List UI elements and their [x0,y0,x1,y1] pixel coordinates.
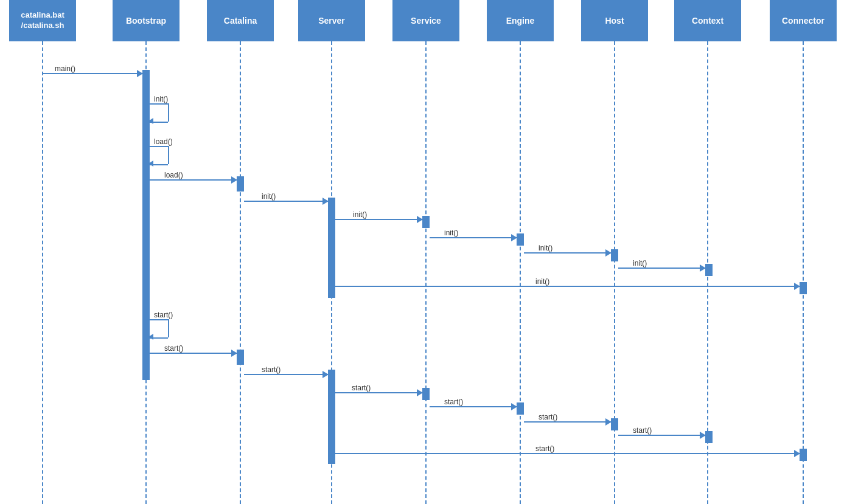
activation-server [328,198,335,298]
activation-connector-2 [800,449,807,461]
label-init-host: init() [539,244,553,252]
actor-service: Service [392,0,459,41]
label-init-engine: init() [444,229,458,237]
label-load-catalina: load() [164,171,183,179]
self-start-h1 [150,319,168,320]
arrow-load-catalina [150,179,237,181]
label-start-connector: start() [535,444,554,453]
activation-engine [517,233,524,246]
lifeline-catalina [240,41,241,504]
arrow-init-connector [335,286,800,287]
label-start-context: start() [633,426,652,435]
lifeline-catalina-bat [42,41,43,504]
self-init-v [168,103,169,122]
label-init-connector: init() [535,277,549,286]
self-load-h1 [150,146,168,147]
label-init-service: init() [353,210,367,219]
arrow-main [43,73,142,74]
label-start-server: start() [262,365,281,374]
sequence-diagram: catalina.bat /catalina.sh Bootstrap Cata… [0,0,861,504]
lifeline-service [425,41,427,504]
arrow-start-service [335,392,422,393]
activation-service [422,216,430,228]
arrow-init-context [618,268,705,269]
self-init-h1 [150,103,168,105]
arrow-init-service [335,219,422,220]
label-start-engine: start() [444,398,463,406]
activation-catalina-2 [237,350,244,365]
activation-host [611,249,618,261]
label-self-init: init() [154,95,168,103]
arrow-start-context [618,435,705,436]
arrow-start-engine [430,406,517,407]
activation-catalina [237,176,244,192]
activation-engine-2 [517,402,524,415]
actor-server: Server [298,0,365,41]
label-init-context: init() [633,259,647,268]
lifeline-host [614,41,615,504]
label-self-start: start() [154,311,173,319]
label-start-catalina: start() [164,344,183,353]
actor-host: Host [581,0,648,41]
actor-bootstrap: Bootstrap [113,0,180,41]
label-start-host: start() [539,413,557,421]
arrow-start-catalina [150,353,237,354]
actor-catalina: Catalina [207,0,274,41]
lifeline-connector [803,41,804,504]
actor-context: Context [674,0,741,41]
actor-connector: Connector [770,0,837,41]
self-start-v [168,319,169,337]
label-main: main() [55,64,75,73]
activation-context-2 [705,431,713,443]
arrow-start-connector [335,453,800,454]
activation-server-2 [328,370,335,464]
activation-connector [800,282,807,294]
label-init-server: init() [262,192,276,201]
arrow-init-server [244,201,328,202]
activation-host-2 [611,418,618,430]
actor-catalina-bat: catalina.bat /catalina.sh [9,0,76,41]
label-start-service: start() [352,384,371,392]
arrow-init-engine [430,237,517,238]
lifeline-engine [520,41,521,504]
arrow-start-host [524,421,611,423]
label-self-load: load() [154,137,173,146]
arrow-init-host [524,252,611,254]
arrow-start-server [244,374,328,375]
activation-context [705,264,713,276]
actor-engine: Engine [487,0,554,41]
activation-service-2 [422,388,430,400]
self-load-v [168,146,169,164]
